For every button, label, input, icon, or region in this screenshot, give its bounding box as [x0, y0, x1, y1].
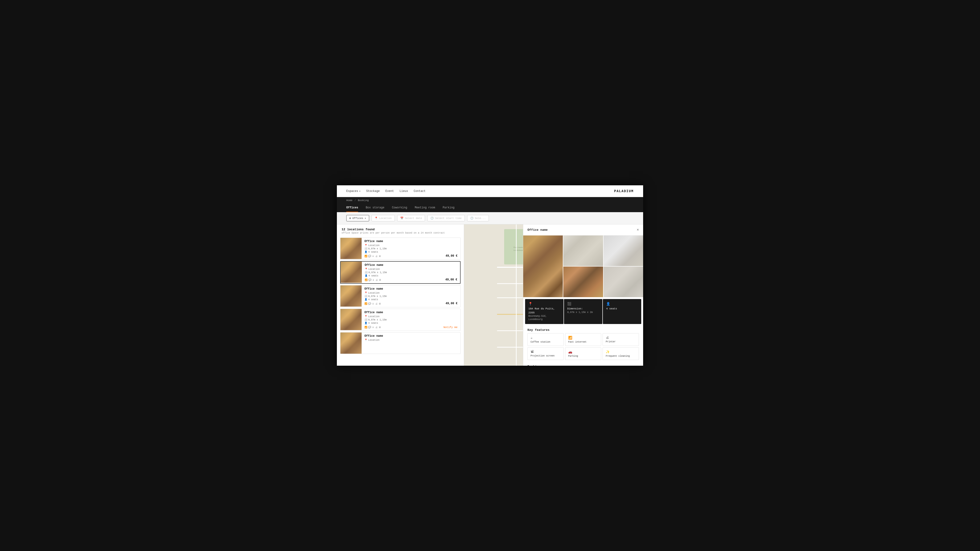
- svg-text:Luxembourg: Luxembourg: [514, 249, 524, 251]
- tab-parking[interactable]: Parking: [443, 204, 454, 212]
- listing-panel: 12 locations found office Space prices a…: [337, 224, 464, 366]
- nav-event[interactable]: Event: [385, 189, 394, 193]
- listing-card[interactable]: Office name 📍Location ⬜0,97m x 1,15m 👤4 …: [340, 238, 461, 260]
- listing-image: [340, 286, 362, 306]
- listing-image: [340, 262, 362, 283]
- listing-body: Office name 📍Location ⬜0,97m x 1,15m 👤4 …: [362, 262, 443, 283]
- clock-end-icon: 🕐: [470, 217, 474, 220]
- breadcrumb-separator: /: [354, 199, 356, 202]
- listing-price: 49,00 €: [443, 276, 460, 283]
- listing-card[interactable]: Office name 📍Location ⬜0,97m x 1,15m 👤4 …: [340, 309, 461, 331]
- projection-icon: 📽: [531, 350, 561, 354]
- filter-bar: ⊞ Offices ▾ 📍 Location 📅 Select date 🕐 S…: [337, 212, 643, 224]
- close-button[interactable]: ×: [637, 228, 639, 232]
- navigation: Espaces ▾ Stockage Event Lieux Contact P…: [337, 185, 643, 197]
- cleaning-icon: ✨: [606, 350, 636, 354]
- listing-body: Office name 📍Location ⬜0,97m x 1,15m 👤4 …: [362, 238, 443, 259]
- pin-icon: 📍: [375, 217, 378, 220]
- features-grid: ☕ Coffee station 📶 Fast internet 🖨 Print…: [523, 333, 643, 362]
- grid-icon: ⊞: [349, 217, 351, 220]
- listing-image: [340, 238, 362, 259]
- feature-coffee: ☕ Coffee station: [527, 333, 564, 346]
- feature-cleaning: ✨ Frequent cleaning: [603, 347, 639, 360]
- listing-card[interactable]: Office name 📍Location ⬜0,97m x 1,15m 👤4 …: [340, 285, 461, 307]
- dimension-icon: ⬛: [567, 302, 599, 306]
- filter-start-time[interactable]: 🕐 Select start time: [427, 215, 465, 221]
- feature-parking: 🚗 Parking: [565, 347, 601, 360]
- listing-price: 49,00 €: [443, 300, 460, 307]
- detail-panel: Office name ×: [523, 224, 643, 366]
- photo-br-top: [603, 235, 643, 266]
- listing-price: 49,00 €: [443, 252, 460, 259]
- nav-espaces[interactable]: Espaces ▾: [346, 189, 360, 193]
- tab-coworking[interactable]: Coworking: [392, 204, 407, 212]
- location-icon: 📍: [528, 302, 560, 306]
- listing-name: Office name: [364, 287, 440, 291]
- listing-body: Office name 📍Location: [362, 332, 460, 354]
- filter-date[interactable]: 📅 Select date: [397, 215, 425, 221]
- filter-chevron-icon: ▾: [365, 217, 366, 220]
- filter-end-time[interactable]: 🕐 Sele...: [467, 215, 489, 221]
- printer-icon: 🖨: [606, 336, 636, 340]
- listing-card[interactable]: Office name 📍Location: [340, 332, 461, 354]
- listing-name: Office name: [364, 334, 458, 338]
- filter-location[interactable]: 📍 Location: [372, 215, 395, 221]
- chevron-down-icon: ▾: [359, 190, 360, 193]
- breadcrumb: Home / Booking: [337, 197, 643, 204]
- listing-image: [340, 332, 362, 354]
- photo-main: [523, 235, 563, 297]
- nav-left: Espaces ▾ Stockage Event Lieux Contact: [346, 189, 426, 193]
- photo-tr: [563, 235, 603, 266]
- booking-section: Booking Subscription start date 📅 Jan 6,…: [523, 362, 643, 366]
- listing-name: Office name: [365, 264, 440, 267]
- info-strips: 📍 10A Rue du Puits, 2355 Bouneweg-Süd, L…: [525, 299, 641, 324]
- results-count: 12 locations found: [342, 228, 459, 231]
- info-dimension: ⬛ Dimension: 0,97m x 1,15m x 2m: [564, 299, 602, 324]
- results-header: 12 locations found office Space prices a…: [337, 224, 464, 236]
- filter-offices[interactable]: ⊞ Offices ▾: [346, 215, 369, 221]
- listing-card[interactable]: Office name 📍Location ⬜0,97m x 1,15m 👤4 …: [340, 261, 461, 284]
- listing-name: Office name: [364, 311, 438, 314]
- listing-notify[interactable]: Notify me: [441, 324, 460, 330]
- photo-gallery: [523, 235, 643, 297]
- detail-header: Office name ×: [523, 224, 643, 235]
- feature-printer: 🖨 Printer: [603, 333, 639, 346]
- breadcrumb-home[interactable]: Home: [346, 199, 352, 202]
- key-features-title: Key features: [523, 326, 643, 333]
- listing-image: [340, 309, 362, 330]
- nav-contact[interactable]: Contact: [414, 189, 425, 193]
- feature-projection: 📽 Projection screen: [527, 347, 564, 360]
- detail-title: Office name: [527, 228, 548, 232]
- nav-stockage[interactable]: Stockage: [366, 189, 380, 193]
- results-note: office Space prices are per person per m…: [342, 232, 459, 234]
- main-content: 12 locations found office Space prices a…: [337, 224, 643, 366]
- nav-lieux[interactable]: Lieux: [399, 189, 408, 193]
- seats-icon: 👤: [606, 302, 638, 306]
- svg-rect-9: [516, 224, 517, 366]
- brand-logo: PALADIUM: [614, 189, 634, 193]
- info-address: 📍 10A Rue du Puits, 2355 Bouneweg-Süd, L…: [525, 299, 563, 324]
- coffee-icon: ☕: [531, 336, 561, 340]
- calendar-icon: 📅: [400, 217, 404, 220]
- booking-title: Booking: [527, 365, 639, 366]
- listing-name: Office name: [364, 240, 440, 243]
- listing-body: Office name 📍Location ⬜0,97m x 1,15m 👤4 …: [362, 286, 443, 307]
- listing-body: Office name 📍Location ⬜0,97m x 1,15m 👤4 …: [362, 309, 441, 330]
- photo-ml: [563, 267, 603, 297]
- breadcrumb-current: Booking: [358, 199, 369, 202]
- feature-wifi: 📶 Fast internet: [565, 333, 601, 346]
- tab-box-storage[interactable]: Box storage: [366, 204, 384, 212]
- clock-icon: 🕐: [430, 217, 434, 220]
- parking-icon: 🚗: [568, 350, 598, 354]
- info-seats: 👤 4 seats: [603, 299, 641, 324]
- wifi-icon: 📶: [568, 336, 598, 340]
- tabs-bar: Offices Box storage Coworking Meeting ro…: [337, 204, 643, 212]
- photo-br-bottom: [603, 267, 643, 297]
- tab-meeting-room[interactable]: Meeting room: [415, 204, 435, 212]
- tab-offices[interactable]: Offices: [346, 204, 358, 212]
